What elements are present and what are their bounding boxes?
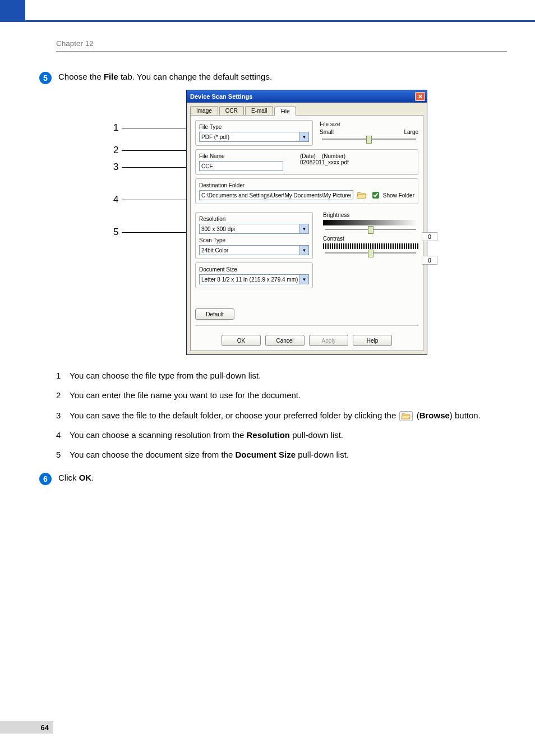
tab-image[interactable]: Image	[190, 106, 218, 115]
chevron-down-icon[interactable]: ▼	[300, 245, 309, 255]
chevron-down-icon[interactable]: ▼	[300, 224, 309, 234]
step-6-text: Click OK.	[58, 472, 507, 482]
explain-3-bold: Browse	[419, 411, 450, 420]
explain-5-bold: Document Size	[235, 450, 296, 459]
explain-2-num: 2	[56, 389, 70, 402]
resolution-label: Resolution	[199, 216, 309, 222]
slider-thumb-icon[interactable]	[368, 250, 373, 257]
step-6-post: .	[91, 473, 94, 482]
tab-ocr[interactable]: OCR	[219, 106, 244, 115]
apply-button[interactable]: Apply	[309, 335, 348, 346]
file-name-label: File Name	[199, 153, 283, 159]
chevron-down-icon[interactable]: ▼	[300, 132, 309, 142]
callout-2-line	[122, 150, 186, 151]
brightness-value: 0	[422, 232, 437, 241]
step-5-badge: 5	[39, 72, 52, 84]
file-type-combo[interactable]	[199, 132, 300, 142]
explain-2-text: You can enter the file name you want to …	[70, 389, 301, 402]
scan-type-combo[interactable]	[199, 245, 300, 255]
file-name-number-label: (Number)	[322, 153, 345, 159]
button-divider	[195, 325, 418, 326]
dialog-title: Device Scan Settings	[190, 93, 252, 100]
cancel-button[interactable]: Cancel	[265, 335, 305, 346]
tab-file[interactable]: File	[274, 107, 296, 116]
explain-3-num: 3	[56, 409, 70, 422]
dialog-titlebar[interactable]: Device Scan Settings ✕	[187, 90, 427, 103]
explain-1-num: 1	[56, 369, 70, 382]
explain-4a: You can choose a scanning resolution fro…	[70, 430, 246, 440]
show-folder-label: Show Folder	[383, 192, 414, 199]
file-size-small: Small	[320, 129, 334, 135]
top-rule	[0, 20, 535, 22]
file-size-large: Large	[404, 129, 418, 135]
callout-3-line	[122, 167, 186, 168]
explain-4-text: You can choose a scanning resolution fro…	[70, 428, 343, 441]
explain-5-text: You can choose the document size from th…	[70, 448, 349, 461]
contrast-label: Contrast	[323, 236, 418, 242]
explain-5a: You can choose the document size from th…	[70, 450, 235, 459]
chevron-down-icon[interactable]: ▼	[300, 274, 309, 284]
step-5-text: Choose the File tab. You can change the …	[58, 71, 507, 81]
step-5-post: tab. You can change the default settings…	[118, 72, 272, 81]
explain-3a: You can save the file to the default fol…	[70, 411, 398, 420]
chapter-label: Chapter 12	[56, 39, 507, 48]
brightness-label: Brightness	[323, 212, 418, 218]
contrast-slider[interactable]	[325, 252, 416, 253]
explain-4-num: 4	[56, 428, 70, 441]
explain-3-text: You can save the file to the default fol…	[70, 409, 481, 422]
step-5-bold: File	[104, 72, 118, 81]
callout-3: 3	[113, 162, 122, 173]
step-5-pre: Choose the	[58, 72, 104, 81]
slider-thumb-icon[interactable]	[366, 136, 372, 144]
browse-icon	[399, 411, 413, 421]
slider-thumb-icon[interactable]	[368, 226, 373, 234]
browse-icon[interactable]	[356, 190, 368, 200]
document-size-label: Document Size	[199, 266, 309, 273]
step-6-bold: OK	[79, 473, 92, 482]
file-name-date-label: (Date)	[300, 153, 316, 159]
default-button[interactable]: Default	[195, 308, 234, 320]
page-number: 64	[0, 721, 53, 734]
show-folder-checkbox[interactable]	[372, 192, 379, 199]
file-type-label: File Type	[199, 124, 309, 130]
callout-4: 4	[113, 194, 122, 205]
explain-3c: ) button.	[450, 411, 481, 420]
callout-1: 1	[113, 122, 122, 133]
callout-2: 2	[113, 145, 122, 156]
side-tab	[0, 0, 25, 21]
brightness-slider[interactable]	[325, 229, 416, 230]
contrast-strip	[323, 243, 418, 249]
step-6-pre: Click	[58, 473, 79, 482]
close-icon[interactable]: ✕	[415, 92, 425, 101]
brightness-gradient	[323, 220, 418, 225]
explain-1-text: You can choose the file type from the pu…	[70, 369, 261, 382]
file-name-sample: 02082011_xxxx.pdf	[300, 159, 414, 165]
file-size-label: File size	[320, 121, 418, 127]
contrast-value: 0	[422, 256, 437, 265]
tab-email[interactable]: E-mail	[245, 106, 273, 115]
callout-1-line	[122, 128, 186, 128]
explain-5-num: 5	[56, 448, 70, 461]
document-size-combo[interactable]	[199, 274, 300, 284]
destination-folder-label: Destination Folder	[199, 182, 414, 188]
chapter-underline	[56, 51, 507, 52]
device-scan-settings-dialog: Device Scan Settings ✕ Image OCR E-mail …	[186, 90, 427, 355]
callout-4-line	[122, 200, 186, 200]
ok-button[interactable]: OK	[222, 335, 261, 346]
explain-4-bold: Resolution	[246, 430, 290, 440]
callout-5: 5	[113, 227, 122, 238]
file-name-field[interactable]	[199, 161, 283, 171]
explain-4b: pull-down list.	[290, 430, 343, 440]
destination-folder-field[interactable]	[199, 190, 353, 200]
help-button[interactable]: Help	[353, 335, 392, 346]
step-6-badge: 6	[39, 473, 52, 485]
file-size-slider[interactable]	[322, 139, 416, 140]
callout-5-line	[122, 232, 186, 233]
scan-type-label: Scan Type	[199, 237, 309, 243]
resolution-combo[interactable]	[199, 224, 300, 234]
explain-5b: pull-down list.	[296, 450, 349, 459]
